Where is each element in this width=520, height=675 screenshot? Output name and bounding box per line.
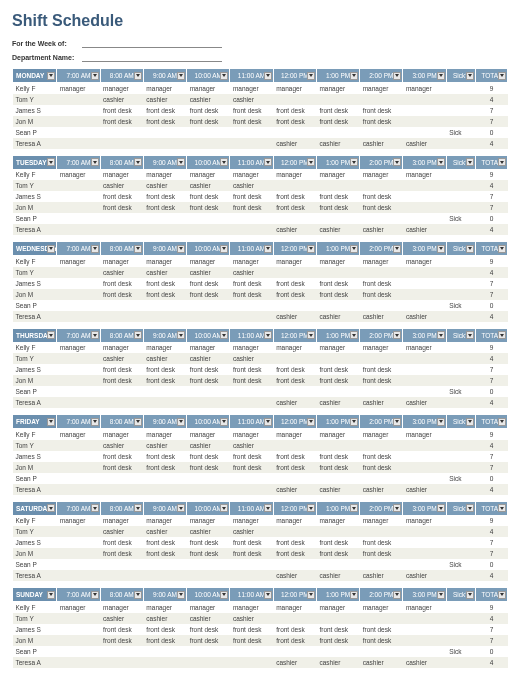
time-header[interactable]: 9:00 AM <box>143 69 186 83</box>
sick-cell[interactable] <box>446 311 476 322</box>
shift-cell[interactable] <box>273 386 316 397</box>
filter-dropdown-icon[interactable] <box>437 245 445 253</box>
shift-cell[interactable]: front desk <box>100 116 143 127</box>
sick-cell[interactable] <box>446 267 476 278</box>
time-header[interactable]: 12:00 PM <box>273 415 316 429</box>
time-header[interactable]: 9:00 AM <box>143 415 186 429</box>
shift-cell[interactable]: front desk <box>230 278 273 289</box>
shift-cell[interactable]: manager <box>57 602 100 613</box>
time-header[interactable]: 12:00 PM <box>273 69 316 83</box>
filter-dropdown-icon[interactable] <box>393 158 401 166</box>
shift-cell[interactable]: front desk <box>316 289 359 300</box>
shift-cell[interactable] <box>360 300 403 311</box>
shift-cell[interactable] <box>403 289 446 300</box>
shift-cell[interactable]: manager <box>187 256 230 267</box>
shift-cell[interactable]: front desk <box>230 116 273 127</box>
filter-dropdown-icon[interactable] <box>47 504 55 512</box>
shift-cell[interactable] <box>57 646 100 657</box>
shift-cell[interactable]: cashier <box>316 397 359 408</box>
shift-cell[interactable]: manager <box>273 602 316 613</box>
shift-cell[interactable] <box>57 180 100 191</box>
shift-cell[interactable]: front desk <box>230 191 273 202</box>
shift-cell[interactable] <box>100 473 143 484</box>
shift-cell[interactable] <box>57 635 100 646</box>
sick-cell[interactable] <box>446 462 476 473</box>
shift-cell[interactable]: manager <box>100 602 143 613</box>
shift-cell[interactable]: manager <box>187 515 230 526</box>
filter-dropdown-icon[interactable] <box>220 591 228 599</box>
shift-cell[interactable]: cashier <box>143 267 186 278</box>
shift-cell[interactable] <box>143 311 186 322</box>
shift-cell[interactable] <box>403 267 446 278</box>
shift-cell[interactable] <box>57 311 100 322</box>
shift-cell[interactable]: cashier <box>143 94 186 105</box>
shift-cell[interactable]: front desk <box>273 105 316 116</box>
shift-cell[interactable]: cashier <box>187 440 230 451</box>
shift-cell[interactable]: front desk <box>316 105 359 116</box>
filter-dropdown-icon[interactable] <box>220 158 228 166</box>
shift-cell[interactable] <box>230 473 273 484</box>
shift-cell[interactable]: front desk <box>230 548 273 559</box>
sick-cell[interactable] <box>446 397 476 408</box>
shift-cell[interactable] <box>57 473 100 484</box>
shift-cell[interactable]: front desk <box>100 635 143 646</box>
sick-cell[interactable] <box>446 451 476 462</box>
filter-dropdown-icon[interactable] <box>466 504 474 512</box>
day-header[interactable]: THURSDAY <box>13 328 57 342</box>
sick-cell[interactable] <box>446 353 476 364</box>
shift-cell[interactable] <box>143 213 186 224</box>
sick-cell[interactable]: Sick <box>446 127 476 138</box>
sick-cell[interactable]: Sick <box>446 213 476 224</box>
shift-cell[interactable]: manager <box>360 169 403 180</box>
shift-cell[interactable] <box>360 559 403 570</box>
filter-dropdown-icon[interactable] <box>220 331 228 339</box>
shift-cell[interactable] <box>273 94 316 105</box>
shift-cell[interactable] <box>143 300 186 311</box>
time-header[interactable]: 1:00 PM <box>316 415 359 429</box>
shift-cell[interactable] <box>57 267 100 278</box>
time-header[interactable]: 2:00 PM <box>360 501 403 515</box>
shift-cell[interactable] <box>57 191 100 202</box>
sick-cell[interactable] <box>446 342 476 353</box>
shift-cell[interactable]: cashier <box>316 657 359 668</box>
shift-cell[interactable]: front desk <box>316 462 359 473</box>
shift-cell[interactable] <box>143 127 186 138</box>
shift-cell[interactable]: cashier <box>100 440 143 451</box>
time-header[interactable]: 9:00 AM <box>143 328 186 342</box>
shift-cell[interactable]: manager <box>230 83 273 94</box>
shift-cell[interactable] <box>187 397 230 408</box>
shift-cell[interactable] <box>360 267 403 278</box>
shift-cell[interactable]: front desk <box>143 105 186 116</box>
shift-cell[interactable]: cashier <box>100 353 143 364</box>
shift-cell[interactable]: front desk <box>316 624 359 635</box>
shift-cell[interactable] <box>316 300 359 311</box>
day-header[interactable]: SATURDAY <box>13 501 57 515</box>
shift-cell[interactable]: manager <box>187 342 230 353</box>
shift-cell[interactable] <box>143 570 186 581</box>
time-header[interactable]: 2:00 PM <box>360 415 403 429</box>
sick-cell[interactable]: Sick <box>446 473 476 484</box>
shift-cell[interactable] <box>273 526 316 537</box>
shift-cell[interactable]: manager <box>316 602 359 613</box>
filter-dropdown-icon[interactable] <box>350 72 358 80</box>
shift-cell[interactable] <box>143 138 186 149</box>
time-header[interactable]: 10:00 AM <box>187 501 230 515</box>
shift-cell[interactable]: cashier <box>316 311 359 322</box>
shift-cell[interactable] <box>100 397 143 408</box>
filter-dropdown-icon[interactable] <box>393 331 401 339</box>
shift-cell[interactable]: front desk <box>187 202 230 213</box>
shift-cell[interactable]: manager <box>360 83 403 94</box>
shift-cell[interactable] <box>273 213 316 224</box>
time-header[interactable]: 7:00 AM <box>57 415 100 429</box>
shift-cell[interactable] <box>57 624 100 635</box>
time-header[interactable]: 1:00 PM <box>316 155 359 169</box>
shift-cell[interactable] <box>100 224 143 235</box>
filter-dropdown-icon[interactable] <box>307 158 315 166</box>
shift-cell[interactable] <box>403 191 446 202</box>
filter-dropdown-icon[interactable] <box>498 418 506 426</box>
shift-cell[interactable]: front desk <box>143 191 186 202</box>
shift-cell[interactable] <box>187 224 230 235</box>
shift-cell[interactable]: front desk <box>360 635 403 646</box>
filter-dropdown-icon[interactable] <box>264 418 272 426</box>
shift-cell[interactable]: front desk <box>360 116 403 127</box>
